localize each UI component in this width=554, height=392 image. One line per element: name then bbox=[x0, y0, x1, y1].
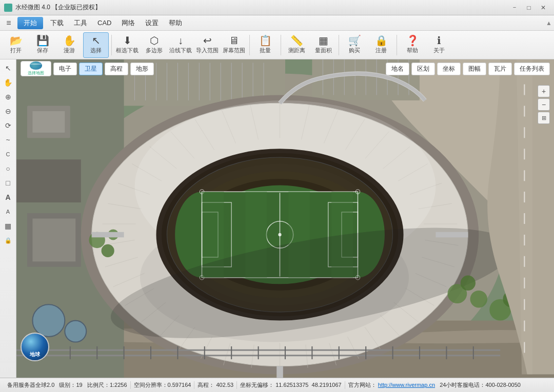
start-menu-button[interactable]: 开始 bbox=[17, 17, 43, 29]
sidebar-grid-tool[interactable]: ▦ bbox=[2, 219, 15, 233]
window-controls: － □ ✕ bbox=[508, 3, 550, 13]
menu-toggle-button[interactable]: ≡ bbox=[2, 16, 15, 30]
sidebar-curve-tool[interactable]: C bbox=[2, 148, 15, 161]
line-download-icon: ↓ bbox=[178, 35, 183, 46]
menu-network[interactable]: 网络 bbox=[116, 16, 140, 30]
pan-icon: ✋ bbox=[63, 35, 76, 46]
zoom-out-button[interactable]: − bbox=[538, 98, 550, 111]
help-button[interactable]: ❓ 帮助 bbox=[400, 32, 425, 58]
menu-tools[interactable]: 工具 bbox=[69, 16, 92, 30]
coordinate-button[interactable]: 坐标 bbox=[437, 63, 461, 75]
toolbar-sep-4 bbox=[339, 35, 339, 55]
svg-point-9 bbox=[32, 304, 65, 337]
area-icon: ▦ bbox=[319, 35, 328, 46]
polygon-button[interactable]: ⬡ 多边形 bbox=[141, 32, 167, 58]
sidebar-text-tool[interactable]: A bbox=[2, 191, 15, 204]
pan-button[interactable]: ✋ 漫游 bbox=[56, 32, 82, 58]
svg-rect-6 bbox=[16, 159, 81, 202]
batch-icon: 📋 bbox=[259, 35, 272, 46]
app-icon bbox=[4, 4, 12, 12]
area-button[interactable]: ▦ 量面积 bbox=[310, 32, 336, 58]
menu-cad[interactable]: CAD bbox=[92, 17, 116, 29]
zoom-extent-button[interactable]: ⊞ bbox=[538, 112, 550, 124]
sidebar-circle-tool[interactable]: ○ bbox=[2, 162, 15, 175]
zoom-controls: + − ⊞ bbox=[538, 85, 550, 124]
grid-button[interactable]: 图幅 bbox=[463, 63, 486, 75]
open-button[interactable]: 📂 打开 bbox=[3, 32, 29, 58]
logo-button[interactable]: 选择地图 bbox=[21, 61, 51, 76]
help-icon: ❓ bbox=[406, 35, 419, 46]
layer-elevation-button[interactable]: 高程 bbox=[105, 63, 128, 75]
svg-point-10 bbox=[65, 321, 86, 342]
batch-button[interactable]: 📋 批量 bbox=[252, 32, 278, 58]
boundary-button[interactable]: 区划 bbox=[411, 63, 435, 75]
line-download-button[interactable]: ↓ 沿线下载 bbox=[168, 32, 193, 58]
collapse-arrow[interactable]: ▲ bbox=[546, 19, 552, 27]
sidebar-zoom-in-tool[interactable]: ⊕ bbox=[2, 90, 15, 104]
server-info: 备用服务器全球2.0 级别：19 比例尺：1:2256 bbox=[4, 381, 131, 389]
svg-point-112 bbox=[470, 291, 488, 308]
select-icon: ↖ bbox=[92, 35, 101, 46]
main-content: ↖ ✋ ⊕ ⊖ ⟳ ~ C ○ □ A A ▦ 🔒 bbox=[0, 59, 554, 378]
tile-button[interactable]: 瓦片 bbox=[488, 63, 512, 75]
select-button[interactable]: ↖ 选择 bbox=[83, 32, 109, 58]
svg-point-101 bbox=[278, 233, 281, 236]
register-icon: 🔒 bbox=[375, 35, 388, 46]
earth-globe-widget[interactable]: 地球 bbox=[21, 333, 49, 361]
elevation-info: 高程： 402.53 bbox=[194, 381, 237, 389]
svg-point-111 bbox=[461, 276, 476, 291]
map-satellite-view bbox=[16, 59, 554, 378]
open-icon: 📂 bbox=[10, 35, 23, 46]
sidebar-text2-tool[interactable]: A bbox=[2, 205, 15, 218]
toolbar-sep-5 bbox=[397, 35, 397, 55]
sidebar-zoom-out-tool[interactable]: ⊖ bbox=[2, 105, 15, 118]
layer-satellite-button[interactable]: 卫星 bbox=[79, 63, 103, 75]
measure-icon: 📏 bbox=[290, 35, 303, 46]
sidebar-rotate-tool[interactable]: ⟳ bbox=[2, 119, 15, 132]
menu-settings[interactable]: 设置 bbox=[140, 16, 164, 30]
website-link[interactable]: http://www.rivermap.cn bbox=[378, 382, 435, 388]
coord-info: 坐标无偏移： 11.62513375 48.2191067 bbox=[237, 381, 345, 389]
map-background bbox=[16, 59, 554, 378]
app-title: 水经微图 4.0 【企业版已授权】 bbox=[15, 3, 101, 12]
minimize-button[interactable]: － bbox=[508, 3, 521, 13]
buy-icon: 🛒 bbox=[348, 35, 361, 46]
screen-button[interactable]: 🖥 屏幕范围 bbox=[221, 32, 247, 58]
zoom-in-button[interactable]: + bbox=[538, 85, 550, 97]
task-list-button[interactable]: 任务列表 bbox=[514, 63, 550, 75]
menu-download[interactable]: 下载 bbox=[45, 16, 69, 30]
map-layer-bar: 选择地图 电子 卫星 高程 地形 地名 区划 坐标 图幅 瓦片 任务列表 bbox=[16, 59, 554, 78]
maximize-button[interactable]: □ bbox=[522, 3, 536, 13]
left-toolbar: ↖ ✋ ⊕ ⊖ ⟳ ~ C ○ □ A A ▦ 🔒 bbox=[0, 59, 16, 378]
sidebar-pan-tool[interactable]: ✋ bbox=[2, 76, 15, 89]
save-icon: 💾 bbox=[36, 35, 49, 46]
sidebar-rect-tool[interactable]: □ bbox=[2, 176, 15, 190]
titlebar-left: 水经微图 4.0 【企业版已授权】 bbox=[4, 3, 101, 12]
sidebar-select-tool[interactable]: ↖ bbox=[2, 61, 15, 75]
statusbar: 备用服务器全球2.0 级别：19 比例尺：1:2256 空间分辨率：0.5971… bbox=[0, 378, 554, 392]
menu-help[interactable]: 帮助 bbox=[164, 16, 187, 30]
about-button[interactable]: ℹ 关于 bbox=[426, 32, 452, 58]
toolbar-sep-2 bbox=[249, 35, 250, 55]
map-overlay-controls: 地名 区划 坐标 图幅 瓦片 任务列表 bbox=[386, 63, 550, 75]
register-button[interactable]: 🔒 注册 bbox=[368, 32, 394, 58]
screen-icon: 🖥 bbox=[229, 35, 239, 46]
globe-logo-icon bbox=[30, 61, 42, 70]
about-icon: ℹ bbox=[437, 35, 441, 46]
placename-button[interactable]: 地名 bbox=[386, 63, 409, 75]
svg-rect-8 bbox=[32, 219, 75, 262]
buy-button[interactable]: 🛒 购买 bbox=[342, 32, 367, 58]
sidebar-measure-tool[interactable]: ~ bbox=[2, 133, 15, 147]
titlebar: 水经微图 4.0 【企业版已授权】 － □ ✕ bbox=[0, 0, 554, 15]
measure-button[interactable]: 📏 测距离 bbox=[284, 32, 309, 58]
frame-download-button[interactable]: ⬇ 框选下载 bbox=[114, 32, 140, 58]
layer-terrain-button[interactable]: 地形 bbox=[130, 63, 154, 75]
close-button[interactable]: ✕ bbox=[537, 3, 550, 13]
website-info: 官方网站： http://www.rivermap.cn 24小时客服电话：40… bbox=[345, 381, 524, 389]
map-container[interactable]: 选择地图 电子 卫星 高程 地形 地名 区划 坐标 图幅 瓦片 任务列表 + −… bbox=[16, 59, 554, 378]
save-button[interactable]: 💾 保存 bbox=[30, 32, 55, 58]
layer-electronic-button[interactable]: 电子 bbox=[53, 63, 77, 75]
import-button[interactable]: ↩ 导入范围 bbox=[194, 32, 220, 58]
resolution-info: 空间分辨率：0.597164 bbox=[131, 381, 195, 389]
sidebar-lock-tool[interactable]: 🔒 bbox=[2, 234, 15, 247]
